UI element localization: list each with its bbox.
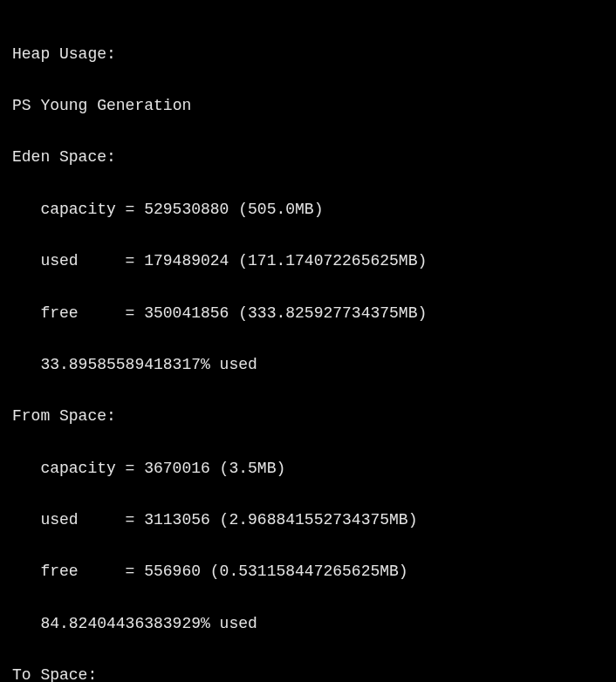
eden-used: used = 179489024 (171.174072265625MB) [12,249,604,275]
eden-space-title: Eden Space: [12,145,604,171]
from-used: used = 3113056 (2.968841552734375MB) [12,508,604,534]
heap-usage-header: Heap Usage: [12,42,604,68]
eden-percent-used: 33.89585589418317% used [12,352,604,379]
from-free: free = 556960 (0.531158447265625MB) [12,559,604,585]
young-gen-title: PS Young Generation [12,93,604,119]
from-space-title: From Space: [12,404,604,430]
eden-capacity: capacity = 529530880 (505.0MB) [12,197,604,223]
from-capacity: capacity = 3670016 (3.5MB) [12,456,604,482]
from-percent-used: 84.82404436383929% used [12,611,604,638]
terminal-output: Heap Usage: PS Young Generation Eden Spa… [0,0,616,682]
to-space-title: To Space: [12,663,604,682]
eden-free: free = 350041856 (333.825927734375MB) [12,301,604,327]
